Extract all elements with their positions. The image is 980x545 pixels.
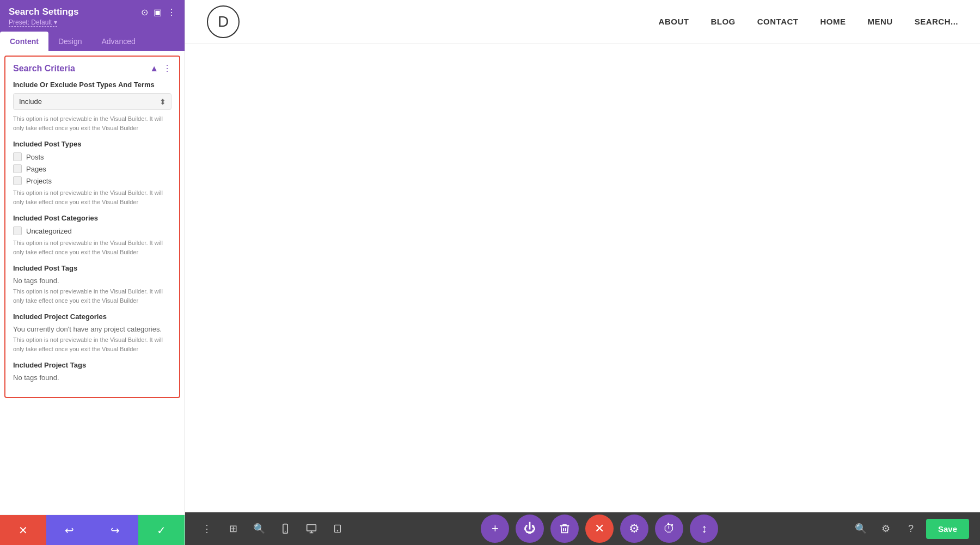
- tab-advanced[interactable]: Advanced: [91, 32, 145, 51]
- preset-label: Preset: Default ▾: [9, 19, 57, 27]
- panel-title: Search Settings: [9, 7, 79, 17]
- svg-rect-2: [307, 525, 316, 531]
- tags-empty: No tags found.: [13, 277, 171, 285]
- main-canvas: [185, 44, 980, 512]
- layout-icon[interactable]: ▣: [154, 7, 162, 17]
- include-notice: This option is not previewable in the Vi…: [13, 114, 171, 132]
- nav-link-menu[interactable]: MENU: [867, 17, 892, 26]
- undo-button[interactable]: ↩: [46, 515, 93, 546]
- tab-design[interactable]: Design: [48, 32, 92, 51]
- category-uncategorized: Uncategorized: [13, 226, 171, 235]
- toolbar-desktop-icon[interactable]: [301, 518, 322, 540]
- projects-label[interactable]: Projects: [26, 177, 52, 185]
- toolbar-left: ⋮ ⊞ 🔍: [196, 518, 348, 540]
- post-type-pages: Pages: [13, 164, 171, 173]
- redo-button[interactable]: ↪: [93, 515, 139, 546]
- help-icon[interactable]: ?: [901, 519, 921, 538]
- post-type-projects: Projects: [13, 176, 171, 185]
- nav-link-about[interactable]: ABOUT: [659, 17, 689, 26]
- more-icon[interactable]: ⋮: [167, 7, 176, 17]
- panel-header: Search Settings ⊙ ▣ ⋮ Preset: Default ▾: [0, 0, 185, 32]
- section-header: Search Criteria ▲ ⋮: [5, 57, 179, 80]
- posts-checkbox[interactable]: [13, 152, 22, 161]
- cancel-icon: ✕: [19, 524, 28, 537]
- include-exclude-group: Include Or Exclude Post Types And Terms …: [13, 80, 171, 132]
- tags-notice: This option is not previewable in the Vi…: [13, 287, 171, 305]
- post-types-notice: This option is not previewable in the Vi…: [13, 188, 171, 206]
- arrange-button[interactable]: ↕: [690, 515, 718, 543]
- section-more-icon[interactable]: ⋮: [163, 63, 171, 74]
- toolbar-mobile-icon[interactable]: [274, 518, 296, 540]
- categories-label: Included Post Categories: [13, 214, 171, 222]
- history-button[interactable]: ⏱: [655, 515, 683, 543]
- pages-checkbox[interactable]: [13, 164, 22, 173]
- include-label: Include Or Exclude Post Types And Terms: [13, 80, 171, 90]
- logo-circle: D: [207, 5, 240, 38]
- search-right-icon[interactable]: 🔍: [851, 519, 871, 538]
- nav-logo: D: [207, 5, 240, 38]
- include-select-wrap: Include Exclude: [13, 93, 171, 110]
- nav-links: ABOUT BLOG CONTACT HOME MENU SEARCH...: [659, 17, 958, 26]
- panel-title-row: Search Settings ⊙ ▣ ⋮: [9, 7, 176, 17]
- nav-link-blog[interactable]: BLOG: [710, 17, 735, 26]
- confirm-icon: ✓: [157, 524, 166, 537]
- left-panel: Search Settings ⊙ ▣ ⋮ Preset: Default ▾ …: [0, 0, 185, 545]
- include-select[interactable]: Include Exclude: [13, 93, 171, 110]
- preset-row[interactable]: Preset: Default ▾: [9, 17, 176, 32]
- bottom-toolbar: ⋮ ⊞ 🔍 + ⏻ ✕ ⚙: [185, 512, 980, 545]
- tab-content[interactable]: Content: [0, 32, 48, 51]
- project-tags-group: Included Project Tags No tags found.: [13, 361, 171, 382]
- confirm-button[interactable]: ✓: [138, 515, 185, 546]
- panel-header-icons: ⊙ ▣ ⋮: [141, 7, 176, 17]
- toolbar-more-icon[interactable]: ⋮: [196, 518, 218, 540]
- right-area: D ABOUT BLOG CONTACT HOME MENU SEARCH...…: [185, 0, 980, 545]
- toolbar-tablet-icon[interactable]: [327, 518, 348, 540]
- nav-link-contact[interactable]: CONTACT: [757, 17, 799, 26]
- power-button[interactable]: ⏻: [516, 515, 544, 543]
- post-types-label: Included Post Types: [13, 140, 171, 148]
- panel-content: Search Criteria ▲ ⋮ Include Or Exclude P…: [0, 51, 185, 515]
- categories-notice: This option is not previewable in the Vi…: [13, 238, 171, 256]
- redo-icon: ↪: [111, 524, 120, 537]
- save-button[interactable]: Save: [926, 519, 969, 539]
- svg-point-1: [285, 531, 286, 532]
- project-tags-label: Included Project Tags: [13, 361, 171, 369]
- logo-letter: D: [218, 13, 229, 30]
- posts-label[interactable]: Posts: [26, 153, 44, 161]
- undo-icon: ↩: [65, 524, 74, 537]
- panel-footer: ✕ ↩ ↪ ✓: [0, 515, 185, 545]
- gear-button[interactable]: ⚙: [620, 515, 648, 543]
- section-title: Search Criteria: [13, 64, 75, 74]
- search-criteria-section: Search Criteria ▲ ⋮ Include Or Exclude P…: [4, 56, 180, 398]
- project-categories-group: Included Project Categories You currentl…: [13, 313, 171, 353]
- settings-right-icon[interactable]: ⚙: [876, 519, 896, 538]
- tags-label: Included Post Tags: [13, 264, 171, 272]
- toolbar-search-icon[interactable]: 🔍: [248, 518, 270, 540]
- collapse-icon[interactable]: ▲: [150, 64, 158, 74]
- settings-icon[interactable]: ⊙: [141, 7, 148, 17]
- svg-point-6: [337, 530, 338, 531]
- nav-link-home[interactable]: HOME: [820, 17, 846, 26]
- post-type-posts: Posts: [13, 152, 171, 161]
- toolbar-center: + ⏻ ✕ ⚙ ⏱ ↕: [481, 515, 718, 543]
- section-header-actions: ▲ ⋮: [150, 63, 171, 74]
- cancel-button[interactable]: ✕: [0, 515, 46, 546]
- close-button[interactable]: ✕: [585, 515, 614, 543]
- delete-button[interactable]: [550, 515, 579, 543]
- post-tags-group: Included Post Tags No tags found. This o…: [13, 264, 171, 305]
- project-categories-empty: You currently don't have any project cat…: [13, 325, 171, 333]
- uncategorized-checkbox[interactable]: [13, 226, 22, 235]
- tabs-row: Content Design Advanced: [0, 32, 185, 51]
- top-nav: D ABOUT BLOG CONTACT HOME MENU SEARCH...: [185, 0, 980, 44]
- pages-label[interactable]: Pages: [26, 165, 46, 173]
- toolbar-grid-icon[interactable]: ⊞: [222, 518, 244, 540]
- nav-search: SEARCH...: [915, 17, 958, 26]
- add-button[interactable]: +: [481, 515, 509, 543]
- post-categories-group: Included Post Categories Uncategorized T…: [13, 214, 171, 256]
- uncategorized-label[interactable]: Uncategorized: [26, 227, 72, 235]
- section-body: Include Or Exclude Post Types And Terms …: [5, 80, 179, 397]
- projects-checkbox[interactable]: [13, 176, 22, 185]
- app-container: Search Settings ⊙ ▣ ⋮ Preset: Default ▾ …: [0, 0, 980, 545]
- project-tags-empty: No tags found.: [13, 373, 171, 382]
- project-categories-notice: This option is not previewable in the Vi…: [13, 335, 171, 353]
